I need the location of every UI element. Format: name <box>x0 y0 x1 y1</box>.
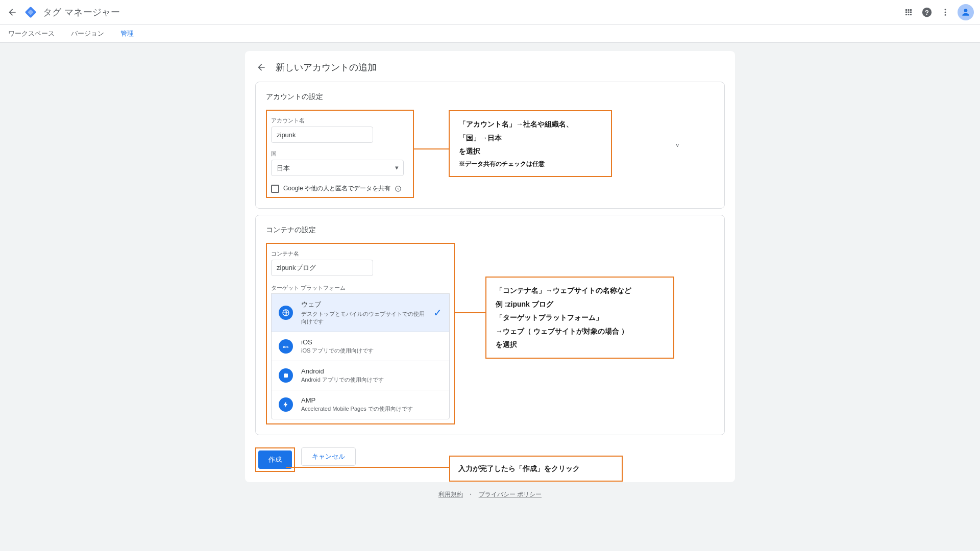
container-settings-card: コンテナの設定 コンテナ名 ターゲット プラットフォーム ウェブ デスクトップと… <box>255 215 725 435</box>
tab-admin[interactable]: 管理 <box>118 29 136 38</box>
platform-android[interactable]: Android Android アプリでの使用向けです <box>271 361 450 390</box>
nav-tabs: ワークスペース バージョン 管理 <box>0 24 980 43</box>
country-select[interactable]: 日本 <box>271 160 404 176</box>
android-icon <box>279 368 293 383</box>
back-arrow-icon[interactable] <box>6 6 18 18</box>
main-content: v 新しいアカウントの追加 アカウントの設定 アカウント名 国 日本 ▾ <box>0 43 980 551</box>
connector-line <box>455 312 485 313</box>
platform-web[interactable]: ウェブ デスクトップとモバイルのウェブサイトでの使用向けです ✓ <box>271 293 450 332</box>
svg-point-4 <box>945 9 946 10</box>
ios-icon: iOS <box>279 339 293 354</box>
svg-point-12 <box>284 373 285 373</box>
svg-point-5 <box>945 11 946 13</box>
help-icon[interactable]: ? <box>921 6 933 18</box>
svg-point-6 <box>945 14 946 15</box>
share-data-label: Google や他の人と匿名でデータを共有 <box>283 184 390 193</box>
container-highlight: コンテナ名 ターゲット プラットフォーム ウェブ デスクトップとモバイルのウェブ… <box>266 243 455 424</box>
account-highlight: アカウント名 国 日本 ▾ Google や他の人と匿名でデータを共有 ? <box>266 110 414 198</box>
amp-icon <box>279 397 293 412</box>
privacy-link[interactable]: プライバシー ポリシー <box>479 491 542 498</box>
terms-link[interactable]: 利用規約 <box>438 491 463 498</box>
create-annotation: 入力が完了したら「作成」をクリック <box>449 456 623 482</box>
product-name: タグ マネージャー <box>43 6 120 18</box>
svg-point-13 <box>286 373 287 373</box>
container-name-label: コンテナ名 <box>271 250 450 258</box>
page-back-icon[interactable] <box>255 61 267 73</box>
info-icon[interactable]: ? <box>395 185 402 192</box>
create-button-highlight: 作成 <box>255 447 295 472</box>
cancel-button[interactable]: キャンセル <box>301 447 356 466</box>
svg-point-7 <box>964 9 968 12</box>
tab-version[interactable]: バージョン <box>69 29 106 38</box>
web-icon <box>279 306 293 320</box>
svg-text:?: ? <box>925 8 929 16</box>
container-annotation: 「コンテナ名」→ウェブサイトの名称など 例 :zipunk ブログ 「ターゲット… <box>485 277 674 359</box>
more-menu-icon[interactable] <box>939 6 951 18</box>
app-header: タグ マネージャー ? <box>0 0 980 24</box>
button-row: 作成 キャンセル 入力が完了したら「作成」をクリック <box>245 441 735 472</box>
platform-label: ターゲット プラットフォーム <box>271 284 450 292</box>
container-name-input[interactable] <box>271 260 373 276</box>
gtm-logo-icon <box>24 6 37 18</box>
apps-icon[interactable] <box>902 6 915 18</box>
account-name-input[interactable] <box>271 127 373 143</box>
connector-line <box>414 148 449 149</box>
account-settings-card: アカウントの設定 アカウント名 国 日本 ▾ Google や他の人と匿名でデー… <box>255 82 725 209</box>
platform-ios[interactable]: iOS iOS iOS アプリでの使用向けです <box>271 332 450 361</box>
create-button[interactable]: 作成 <box>258 450 292 469</box>
user-avatar[interactable] <box>958 4 974 20</box>
account-annotation: 「アカウント名」→社名や組織名、 「国」→日本 を選択 ※データ共有のチェックは… <box>449 110 612 177</box>
connector-line <box>286 467 449 468</box>
tab-workspace[interactable]: ワークスペース <box>6 29 57 38</box>
container-card-title: コンテナの設定 <box>266 226 714 235</box>
account-card-title: アカウントの設定 <box>266 92 714 102</box>
account-name-label: アカウント名 <box>271 117 409 124</box>
country-label: 国 <box>271 150 409 158</box>
share-data-checkbox[interactable] <box>271 185 279 193</box>
svg-text:?: ? <box>397 186 399 191</box>
check-icon: ✓ <box>433 307 442 319</box>
footer: 利用規約 ・ プライバシー ポリシー <box>0 482 980 507</box>
svg-text:iOS: iOS <box>283 345 288 348</box>
platform-amp[interactable]: AMP Accelerated Mobile Pages での使用向けです <box>271 390 450 419</box>
page-title: 新しいアカウントの追加 <box>276 61 377 73</box>
content-panel: v 新しいアカウントの追加 アカウントの設定 アカウント名 国 日本 ▾ <box>245 51 735 482</box>
